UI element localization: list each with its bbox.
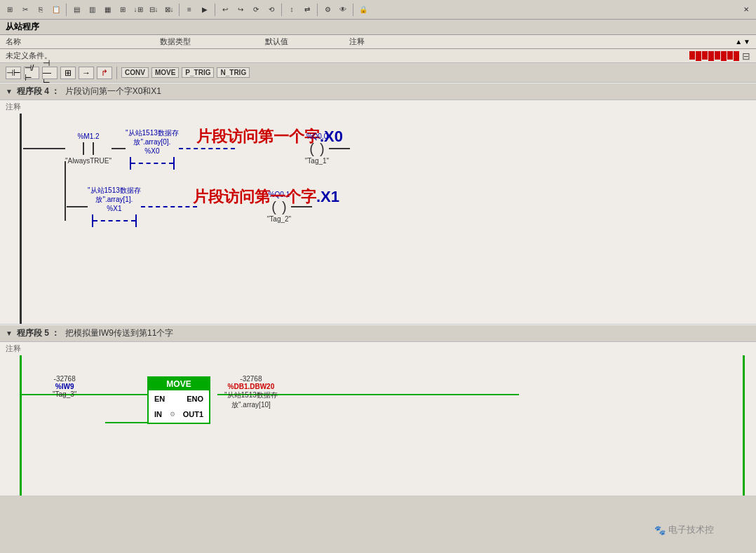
status-right: ⊟ [689, 50, 750, 62]
segment-5-title: 程序段 5 ： 把模拟量IW9传送到第11个字 [17, 327, 173, 339]
main-scroll-area[interactable]: ▼ 程序段 4 ： 片段访问第一个字X0和X1 注释 [0, 83, 756, 553]
line-to-contact1 [23, 148, 65, 149]
seg5-left-rail [20, 355, 22, 496]
red-block-4 [708, 51, 714, 61]
toolbar-icon-6[interactable]: ▥ [85, 3, 99, 17]
seg5-right-rail [743, 355, 745, 496]
toolbar-icon-12[interactable]: ≡ [182, 3, 196, 17]
toolbar-icon-8[interactable]: ⊞ [116, 3, 130, 17]
seg5-spacer [21, 362, 735, 489]
segment-4: ▼ 程序段 4 ： 片段访问第一个字X0和X1 注释 [0, 83, 756, 325]
col-name: 名称 [6, 36, 160, 47]
toolbar-icon-7[interactable]: ▦ [100, 3, 114, 17]
sep2 [179, 4, 180, 16]
move-en-label: EN [154, 395, 165, 403]
scroll-down-arrow[interactable]: ▼ [743, 38, 750, 46]
coil-q01-label-bottom: "Tag_2" [267, 215, 291, 223]
window-title: 从站程序 [0, 20, 756, 35]
toolbar-icon-close[interactable]: ✕ [739, 3, 753, 17]
toolbar-icon-14[interactable]: ↩ [218, 3, 232, 17]
seg5-in-var-mid: %IW9 [53, 383, 76, 390]
toolbar-icon-17[interactable]: ⟲ [264, 3, 278, 17]
toolbar-icon-10[interactable]: ⊟↓ [147, 3, 161, 17]
toolbar-icon-13[interactable]: ▶ [198, 3, 212, 17]
red-block-2 [696, 51, 701, 61]
seg5-out-val-top: -32768 [224, 375, 278, 383]
dashed-line-2 [93, 220, 135, 221]
instr-set[interactable]: ↱ [97, 67, 112, 79]
dashed-contact-x0[interactable]: "从站1513数据存 放".array[0]. %X0 [126, 128, 179, 170]
toolbar-icon-4[interactable]: 📋 [49, 3, 63, 17]
toolbar-icon-22[interactable]: 🔒 [356, 3, 370, 17]
move-block[interactable]: MOVE EN ENO IN ⚙ OUT1 [147, 376, 210, 424]
dashed-bar-r1 [173, 157, 175, 170]
seg5-in-line [105, 422, 149, 423]
scroll-up-arrow[interactable]: ▲ [735, 38, 742, 46]
sep3 [215, 4, 215, 16]
segment-5-collapse[interactable]: ▼ [6, 329, 13, 337]
toolbar-icon-9[interactable]: ↓⊞ [131, 3, 145, 17]
toolbar-icon-18[interactable]: ↕ [285, 3, 299, 17]
seg5-in-val-top: -32768 [53, 375, 76, 383]
seg4-desc: 片段访问第一个字X0和X1 [65, 86, 161, 96]
toolbar-icon-20[interactable]: ⚙ [320, 3, 335, 17]
instr-sep [116, 67, 117, 79]
red-block-5 [715, 51, 720, 60]
red-block-6 [721, 51, 727, 61]
toolbar-icon-2[interactable]: ✂ [18, 3, 32, 17]
seg5-desc: 把模拟量IW9传送到第11个字 [65, 328, 174, 338]
move-block-title: MOVE [149, 378, 209, 390]
instr-ptrig-btn[interactable]: P_TRIG [182, 67, 214, 78]
move-block-body: EN ENO IN ⚙ OUT1 [149, 390, 209, 423]
coil-q00[interactable]: %Q0.0 ( ) "Tag_1" [305, 132, 329, 165]
seg5-out-var-bottom: "从站1513数据存 放".array[10] [224, 390, 278, 410]
seg4-colon: ： [51, 86, 60, 96]
seg5-output-var: -32768 %DB1.DBW20 "从站1513数据存 放".array[10… [224, 375, 278, 410]
instr-move-btn[interactable]: MOVE [151, 67, 179, 78]
status-icon-right[interactable]: ⊟ [742, 50, 750, 62]
dashed-x0-label: "从站1513数据存 放".array[0]. %X0 [126, 128, 179, 156]
main-toolbar: ⊞ ✂ ⎘ 📋 ▤ ▥ ▦ ⊞ ↓⊞ ⊟↓ ⊠↓ ≡ ▶ ↩ ↪ ⟳ ⟲ ↕ ⇄… [0, 0, 756, 20]
toolbar-icon-11[interactable]: ⊠↓ [162, 3, 176, 17]
seg4-label: 程序段 [17, 86, 42, 96]
instr-ntrig-btn[interactable]: N_TRIG [217, 67, 250, 78]
dashed-contact-x1[interactable]: "从站1513数据存 放".array[1]. %X1 [88, 186, 141, 227]
toolbar-icon-16[interactable]: ⟳ [249, 3, 263, 17]
toolbar-icon-19[interactable]: ⇄ [300, 3, 314, 17]
seg5-out-var-mid: %DB1.DBW20 [224, 383, 278, 390]
coil-q00-label-bottom: "Tag_1" [305, 157, 329, 165]
segment-4-header: ▼ 程序段 4 ： 片段访问第一个字X0和X1 [0, 83, 756, 100]
sep5 [317, 4, 318, 16]
dashed-to-coil1 [179, 148, 235, 149]
instr-contact-nc[interactable]: ⊣/⊢ [24, 67, 39, 79]
instruction-toolbar: ⊣⊢ ⊣/⊢ ⊣—⊢ ⊞ → ↱ CONV MOVE P_TRIG N_TRIG [0, 63, 756, 83]
instr-branch[interactable]: ⊞ [60, 67, 76, 79]
toolbar-icon-1[interactable]: ⊞ [3, 3, 17, 17]
toolbar-icon-3[interactable]: ⎘ [34, 3, 48, 17]
seg5-ladder: -32768 %IW9 "Tag_3" MOVE EN ENO [0, 355, 756, 496]
seg5-colon: ： [51, 328, 60, 338]
toolbar-icon-5[interactable]: ▤ [69, 3, 83, 17]
sep6 [353, 4, 353, 16]
seg5-input-var: -32768 %IW9 "Tag_3" [53, 375, 76, 398]
toolbar-icon-15[interactable]: ↪ [234, 3, 248, 17]
dashed-x1-symbol [92, 214, 137, 227]
segment-4-collapse[interactable]: ▼ [6, 88, 13, 95]
instr-contact-no[interactable]: ⊣⊢ [6, 67, 21, 79]
contact-m12[interactable]: %M1.2 "AlwaysTRUE" [65, 132, 112, 165]
coil-q00-label-top: %Q0.0 [306, 132, 328, 140]
annotation-x1: 片段访问第一个字.X1 [193, 186, 339, 207]
red-block-1 [689, 51, 695, 60]
instr-coil[interactable]: → [79, 67, 94, 79]
instr-conv-btn[interactable]: CONV [121, 67, 149, 78]
contact-m12-symbol [83, 142, 94, 155]
branch-vline [65, 161, 66, 221]
seg4-bottom-space [21, 236, 735, 257]
move-in-out-row: IN ⚙ OUT1 [154, 410, 203, 418]
instr-contact-pos[interactable]: ⊣—⊢ [42, 67, 58, 79]
line-to-contact2 [67, 206, 88, 207]
sep4 [281, 4, 282, 16]
toolbar-icon-21[interactable]: 👁 [336, 3, 350, 17]
move-eno-label: ENO [187, 395, 203, 403]
col-note: 注释 [349, 36, 490, 47]
